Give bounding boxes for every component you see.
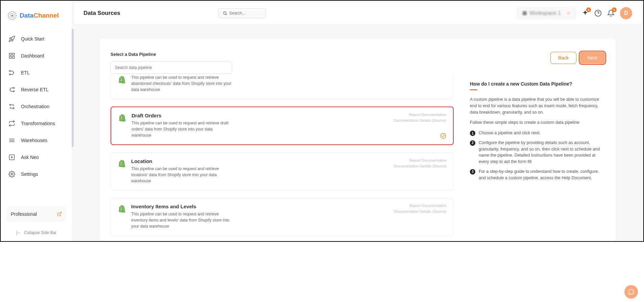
pipeline-card-selected[interactable]: Draft Orders This pipeline can be used t… xyxy=(111,107,454,145)
page-title: Data Sources xyxy=(84,10,120,17)
svg-point-8 xyxy=(9,74,10,75)
sidebar-item-label: Settings xyxy=(21,171,38,177)
logo[interactable]: DataChannel xyxy=(1,1,72,29)
help-intro: Follow these simple steps to create a cu… xyxy=(470,119,605,126)
pipeline-desc: This pipeline can be used to request and… xyxy=(131,211,233,229)
sidebar-item-transformations[interactable]: Transformations xyxy=(1,115,72,132)
plan-box[interactable]: Professional xyxy=(6,206,67,222)
help-step: 2Configure the pipeline by providing det… xyxy=(470,140,605,165)
svg-point-12 xyxy=(13,108,14,109)
sidebar-item-label: Transformations xyxy=(21,121,55,126)
sidebar-item-quickstart[interactable]: Quick Start xyxy=(1,31,72,47)
next-button[interactable]: Next xyxy=(580,52,605,64)
notifications-button[interactable]: 5 xyxy=(607,9,615,17)
pipeline-card[interactable]: This pipeline can be used to request and… xyxy=(111,74,454,99)
pipeline-card[interactable]: Location This pipeline can be used to re… xyxy=(111,153,454,190)
global-search[interactable] xyxy=(218,8,266,18)
app-logo-icon xyxy=(7,11,17,20)
svg-point-7 xyxy=(9,70,10,71)
help-button[interactable] xyxy=(594,9,602,17)
help-step: 1Choose a pipeline and click next. xyxy=(470,130,605,136)
check-circle-icon xyxy=(440,133,446,139)
sidebar-item-label: Dashboard xyxy=(21,53,44,59)
pipeline-panel: Select a Data Pipeline Back Next xyxy=(99,38,616,241)
shopify-icon xyxy=(118,204,126,213)
sidebar-nav: Quick Start Dashboard ETL Reverse ETL Or… xyxy=(1,29,72,206)
pipeline-desc: This pipeline can be used to request and… xyxy=(132,120,233,138)
sidebar-item-warehouses[interactable]: Warehouses xyxy=(1,132,72,148)
svg-point-19 xyxy=(11,173,13,175)
pipeline-card[interactable]: Inventory Items and Levels This pipeline… xyxy=(111,198,454,236)
shopify-icon xyxy=(118,159,126,168)
transformations-icon xyxy=(8,120,16,127)
sidebar-item-label: ETL xyxy=(21,70,30,75)
plus-box-icon xyxy=(8,154,16,161)
svg-rect-3 xyxy=(9,53,11,55)
bell-badge: 5 xyxy=(612,7,617,12)
search-icon xyxy=(223,10,227,16)
main: Data Sources Workspace 1 2 xyxy=(72,1,643,241)
svg-point-9 xyxy=(13,87,14,88)
sidebar-item-label: Quick Start xyxy=(21,36,44,42)
collapse-label: Collapse Side Bar xyxy=(24,230,56,235)
reverse-etl-icon xyxy=(8,86,16,93)
svg-point-10 xyxy=(13,91,14,92)
pipeline-links[interactable]: Report Documentation Documentation Detai… xyxy=(394,203,447,214)
sidebar-item-dashboard[interactable]: Dashboard xyxy=(1,48,72,64)
plan-label: Professional xyxy=(11,211,37,217)
sidebar-item-etl[interactable]: ETL xyxy=(1,65,72,81)
workspace-label: Workspace 1 xyxy=(529,10,561,16)
chevron-down-icon xyxy=(566,11,571,16)
collapse-icon: |← xyxy=(16,230,21,235)
gear-icon xyxy=(8,170,16,178)
logo-text: DataChannel xyxy=(20,12,59,19)
sparkle-badge: 2 xyxy=(586,7,591,12)
sidebar-item-ask-neo[interactable]: Ask Neo xyxy=(1,149,72,165)
pipeline-links[interactable]: Report Documentation Documentation Detai… xyxy=(394,158,447,169)
sidebar-scrollbar[interactable] xyxy=(72,29,74,147)
pipeline-list: This pipeline can be used to request and… xyxy=(111,74,456,241)
avatar[interactable]: D xyxy=(620,7,632,19)
shopify-icon xyxy=(118,113,127,122)
etl-icon xyxy=(8,69,16,76)
sidebar: DataChannel Quick Start Dashboard ETL Re… xyxy=(1,1,72,241)
svg-line-20 xyxy=(59,212,61,214)
help-step: 3For a step-by-step guide to understand … xyxy=(470,168,605,181)
pipeline-desc: This pipeline can be used to request and… xyxy=(131,74,233,93)
section-label: Select a Data Pipeline xyxy=(111,52,232,57)
sparkle-button[interactable]: 2 xyxy=(581,9,589,17)
dashboard-icon xyxy=(8,52,16,60)
svg-rect-6 xyxy=(13,56,15,59)
pipeline-links[interactable]: Report Documentation Documentation Detai… xyxy=(393,112,446,123)
sidebar-item-orchestration[interactable]: Orchestration xyxy=(1,98,72,115)
help-icon xyxy=(594,9,602,17)
sidebar-item-label: Ask Neo xyxy=(21,155,39,160)
svg-rect-5 xyxy=(9,56,11,59)
search-input[interactable] xyxy=(229,11,261,16)
external-link-icon xyxy=(57,212,62,216)
svg-point-2 xyxy=(11,15,13,17)
sidebar-item-label: Reverse ETL xyxy=(21,87,49,92)
svg-point-11 xyxy=(9,104,10,105)
svg-point-21 xyxy=(223,12,226,15)
sidebar-item-reverse-etl[interactable]: Reverse ETL xyxy=(1,82,72,98)
svg-line-22 xyxy=(226,14,226,15)
pipeline-search-input[interactable] xyxy=(111,62,232,74)
shopify-icon xyxy=(118,75,126,84)
sidebar-item-label: Orchestration xyxy=(21,104,49,109)
help-title: How do I create a new Custom Data Pipeli… xyxy=(470,81,605,87)
topbar: Data Sources Workspace 1 2 xyxy=(74,2,642,24)
orchestration-icon xyxy=(8,103,16,110)
workspace-selector[interactable]: Workspace 1 xyxy=(517,7,576,19)
svg-point-26 xyxy=(441,134,446,139)
svg-rect-4 xyxy=(13,53,15,55)
sidebar-item-label: Warehouses xyxy=(21,138,47,143)
back-button[interactable]: Back xyxy=(550,52,576,64)
help-panel: How do I create a new Custom Data Pipeli… xyxy=(470,74,605,241)
sidebar-item-settings[interactable]: Settings xyxy=(1,166,72,182)
help-underline xyxy=(470,89,477,90)
svg-rect-23 xyxy=(523,11,527,15)
help-intro: A custom pipeline is a data pipeline tha… xyxy=(470,96,605,115)
collapse-sidebar[interactable]: |← Collapse Side Bar xyxy=(1,227,72,241)
workspace-icon xyxy=(522,10,527,16)
